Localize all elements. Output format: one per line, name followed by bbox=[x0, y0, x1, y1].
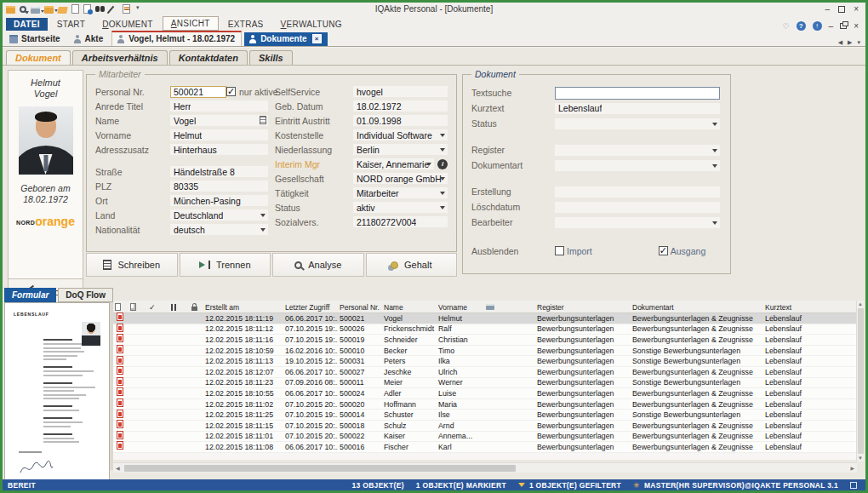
field-value[interactable]: Vogel bbox=[170, 115, 268, 126]
chevron-down-icon[interactable] bbox=[440, 192, 445, 195]
document-tab[interactable]: Dokumente × bbox=[244, 32, 327, 46]
folder2-icon[interactable] bbox=[44, 6, 54, 14]
search-icon[interactable] bbox=[20, 6, 26, 13]
import-checkbox[interactable] bbox=[555, 246, 564, 255]
field-value[interactable]: Deutschland bbox=[170, 209, 268, 221]
field-value[interactable]: Herr bbox=[170, 100, 268, 112]
nur-aktive-checkbox[interactable] bbox=[226, 87, 236, 96]
nav-right-icon[interactable]: ▶ bbox=[848, 39, 852, 46]
horizontal-scrollbar[interactable]: ◀ ▶ bbox=[113, 462, 857, 473]
table-row[interactable]: 12.02.2015 18:11:13 19.10.2015 12:... 50… bbox=[113, 356, 857, 367]
help-icon[interactable]: ? bbox=[797, 21, 806, 31]
form-tab[interactable]: Skills bbox=[249, 50, 293, 65]
ribbon-tab[interactable]: DOKUMENT bbox=[94, 18, 161, 31]
scrollbar-thumb[interactable] bbox=[858, 308, 864, 454]
action-button[interactable]: Trennen bbox=[180, 253, 271, 277]
field-value[interactable]: NORD orange GmbH bbox=[353, 173, 448, 184]
copy-doc-icon[interactable] bbox=[130, 303, 136, 311]
form-tab[interactable]: Arbeitsverhältnis bbox=[72, 50, 168, 65]
col-register[interactable]: Register bbox=[535, 301, 631, 313]
field-value[interactable]: Individual Software bbox=[353, 129, 448, 140]
mdi-close-button[interactable]: × bbox=[854, 21, 859, 31]
table-row[interactable]: 12.02.2015 18:11:01 07.10.2015 20:... 50… bbox=[113, 432, 857, 443]
col-letzter-zugriff[interactable]: Letzter Zugriff bbox=[283, 301, 338, 313]
binoculars-icon[interactable] bbox=[95, 4, 105, 14]
scroll-right-icon[interactable]: ▶ bbox=[848, 465, 857, 471]
document-icon[interactable] bbox=[260, 116, 266, 124]
chevron-down-icon[interactable] bbox=[440, 177, 445, 181]
pause-icon[interactable] bbox=[171, 304, 176, 311]
chevron-down-icon[interactable] bbox=[712, 123, 717, 126]
document-tab[interactable]: Akte bbox=[69, 32, 110, 46]
field-value[interactable]: München-Pasing bbox=[170, 195, 268, 206]
folder-open-icon[interactable] bbox=[57, 7, 68, 14]
scroll-left-icon[interactable]: ◀ bbox=[113, 465, 123, 471]
field-value[interactable]: aktiv bbox=[353, 202, 448, 213]
action-button[interactable]: Schreiben bbox=[86, 253, 178, 277]
col-name[interactable]: Name bbox=[382, 301, 437, 313]
pen-icon[interactable] bbox=[109, 4, 118, 14]
chevron-down-icon[interactable] bbox=[440, 134, 445, 137]
table-row[interactable]: 12.02.2015 18:11:25 07.10.2015 19:... 50… bbox=[113, 410, 857, 421]
status-indicator[interactable] bbox=[850, 482, 857, 489]
document-tab[interactable]: Startseite bbox=[5, 32, 66, 46]
table-header[interactable]: ✓ Erstellt am Letzter Zugriff Personal N… bbox=[113, 301, 857, 313]
print-icon[interactable] bbox=[31, 7, 40, 14]
field-value[interactable]: Lebenslauf bbox=[555, 103, 720, 114]
folder-icon[interactable] bbox=[6, 6, 15, 14]
field-value[interactable] bbox=[555, 118, 720, 129]
chevron-down-icon[interactable] bbox=[712, 164, 717, 168]
field-value[interactable]: Mitarbeiter bbox=[353, 187, 448, 198]
printer-icon[interactable] bbox=[486, 304, 494, 310]
document-tab[interactable]: Vogel, Helmut - 18.02.1972 bbox=[111, 31, 242, 46]
vertical-scrollbar[interactable]: ▲ ▼ bbox=[856, 301, 864, 461]
chevron-down-icon[interactable] bbox=[712, 221, 717, 225]
field-value[interactable] bbox=[555, 202, 720, 213]
close-tab-icon[interactable]: × bbox=[312, 34, 322, 43]
chevron-down-icon[interactable] bbox=[260, 228, 266, 232]
table-row[interactable]: 12.02.2015 18:11:02 07.10.2015 20:... 50… bbox=[113, 399, 857, 410]
table-row[interactable]: 12.02.2015 18:11:08 06.06.2017 10:... 50… bbox=[113, 442, 857, 453]
page-blue-icon[interactable] bbox=[83, 4, 91, 14]
field-value[interactable]: 21180272V004 bbox=[353, 216, 448, 227]
action-button[interactable]: Gehalt bbox=[366, 253, 458, 277]
ribbon-tab[interactable]: DATEI bbox=[6, 18, 48, 31]
chevron-down-icon[interactable] bbox=[440, 148, 445, 152]
maximize-button[interactable] bbox=[838, 6, 845, 13]
new-doc-icon[interactable] bbox=[115, 303, 121, 311]
page-icon[interactable] bbox=[71, 4, 79, 14]
table-row[interactable]: 12.02.2015 18:11:19 06.06.2017 10:... 50… bbox=[113, 313, 857, 324]
field-value[interactable]: hvogel bbox=[353, 86, 448, 97]
chevron-down-icon[interactable] bbox=[426, 163, 431, 166]
field-value[interactable]: 18.02.1972 bbox=[353, 100, 448, 112]
ribbon-tab[interactable]: VERWALTUNG bbox=[273, 18, 350, 31]
field-value[interactable]: Hinterhaus bbox=[170, 144, 268, 155]
table-row[interactable]: 12.02.2015 18:10:55 06.06.2017 10:... 50… bbox=[113, 388, 857, 399]
form-tab[interactable]: Dokument bbox=[6, 50, 71, 65]
field-value[interactable]: Helmut bbox=[170, 129, 268, 140]
form-tab[interactable]: Kontaktdaten bbox=[169, 50, 248, 65]
field-value[interactable]: 80335 bbox=[170, 181, 268, 192]
personal-nr-input[interactable] bbox=[170, 86, 226, 98]
nav-left-icon[interactable]: ◀ bbox=[838, 39, 842, 46]
info-icon[interactable]: i bbox=[437, 159, 448, 169]
ribbon-tab[interactable]: ANSICHT bbox=[163, 16, 219, 31]
preview-tab[interactable]: Formular bbox=[4, 288, 56, 302]
nav-more-icon[interactable]: ▾ bbox=[857, 39, 860, 46]
table-row[interactable]: 12.02.2015 18:10:59 16.02.2016 10:... 50… bbox=[113, 346, 857, 357]
close-button[interactable]: × bbox=[854, 4, 859, 14]
table-row[interactable]: 12.02.2015 18:12:07 06.06.2017 10:... 50… bbox=[113, 367, 857, 378]
field-value[interactable] bbox=[555, 186, 720, 198]
preview-tab[interactable]: DoQ Flow bbox=[58, 288, 113, 302]
col-kurztext[interactable]: Kurztext bbox=[763, 301, 857, 313]
chevron-down-icon[interactable] bbox=[260, 214, 266, 217]
mdi-minimize-button[interactable]: – bbox=[829, 21, 834, 31]
col-vorname[interactable]: Vorname bbox=[437, 301, 484, 313]
note-icon[interactable] bbox=[123, 4, 130, 14]
table-row[interactable]: 12.02.2015 18:11:12 07.10.2015 19:... 50… bbox=[113, 324, 857, 335]
field-value[interactable]: 01.09.1998 bbox=[353, 115, 448, 126]
textsuche-input[interactable] bbox=[555, 87, 720, 100]
table-row[interactable]: 12.02.2015 18:11:23 07.09.2016 08:... 50… bbox=[113, 378, 857, 389]
chevron-down-icon[interactable] bbox=[440, 206, 445, 209]
ausgang-checkbox[interactable] bbox=[659, 246, 668, 255]
